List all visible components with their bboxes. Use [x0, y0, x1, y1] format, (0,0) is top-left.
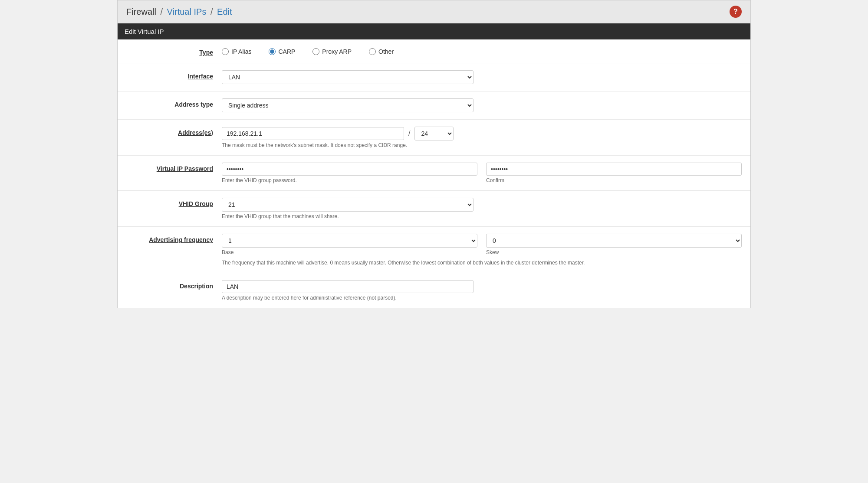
password-confirm-input[interactable] [486, 163, 742, 176]
vip-password-label: Virtual IP Password [126, 163, 222, 172]
type-carp-radio[interactable] [269, 48, 276, 55]
addresses-label: Address(es) [126, 127, 222, 136]
breadcrumb-sep2: / [210, 7, 213, 16]
address-input[interactable] [222, 127, 404, 140]
description-row: Description A description may be entered… [118, 273, 750, 308]
vhid-group-content: 12345 678910 1112131415 1617181920 21222… [222, 198, 742, 219]
section-header: Edit Virtual IP [118, 23, 750, 39]
adv-freq-row: Advertising frequency 1 2345 678910 Base… [118, 227, 750, 273]
password-input[interactable] [222, 163, 477, 176]
interface-content: LAN WAN OPT1 [222, 70, 742, 84]
type-carp-label: CARP [278, 48, 295, 55]
vip-password-content: Enter the VHID group password. Confirm [222, 163, 742, 183]
address-input-row: / 8 16 24 32 [222, 127, 742, 140]
interface-label: Interface [126, 70, 222, 80]
type-other[interactable]: Other [369, 48, 394, 55]
addresses-content: / 8 16 24 32 The mask must be the networ… [222, 127, 742, 148]
address-type-label: Address type [126, 98, 222, 108]
breadcrumb: Firewall / Virtual IPs / Edit [126, 7, 232, 17]
adv-base-label: Base [222, 249, 477, 255]
vhid-group-select[interactable]: 12345 678910 1112131415 1617181920 21222… [222, 198, 473, 212]
type-proxy-arp-radio[interactable] [312, 48, 319, 55]
type-radio-group: IP Alias CARP Proxy ARP Other [222, 46, 742, 55]
description-label: Description [126, 280, 222, 290]
adv-skew-label: Skew [486, 249, 742, 255]
type-ip-alias[interactable]: IP Alias [222, 48, 251, 55]
description-help-text: A description may be entered here for ad… [222, 295, 742, 301]
address-type-content: Single address Network [222, 98, 742, 112]
type-label: Type [126, 46, 222, 56]
type-carp[interactable]: CARP [269, 48, 295, 55]
password-row: Enter the VHID group password. Confirm [222, 163, 742, 183]
type-content: IP Alias CARP Proxy ARP Other [222, 46, 742, 55]
section-title: Edit Virtual IP [125, 28, 164, 35]
breadcrumb-virtual-ips-link[interactable]: Virtual IPs [167, 7, 207, 16]
confirm-col: Confirm [486, 163, 742, 183]
adv-skew-select[interactable]: 0 12345 102050100200 [486, 234, 742, 248]
adv-freq-label: Advertising frequency [126, 234, 222, 243]
cidr-select[interactable]: 8 16 24 32 [414, 127, 454, 140]
form-body: Type IP Alias CARP Proxy ARP [118, 39, 750, 308]
type-ip-alias-label: IP Alias [231, 48, 251, 55]
vhid-group-row: VHID Group 12345 678910 1112131415 16171… [118, 191, 750, 227]
addresses-row: Address(es) / 8 16 24 32 The mask must b… [118, 120, 750, 156]
page-wrapper: Firewall / Virtual IPs / Edit ? Edit Vir… [117, 0, 751, 308]
frequency-row: 1 2345 678910 Base 0 12345 102050100200 … [222, 234, 742, 255]
breadcrumb-edit-link[interactable]: Edit [217, 7, 232, 16]
type-ip-alias-radio[interactable] [222, 48, 229, 55]
adv-base-select[interactable]: 1 2345 678910 [222, 234, 477, 248]
type-other-label: Other [378, 48, 394, 55]
password-help-text: Enter the VHID group password. [222, 177, 477, 183]
interface-row: Interface LAN WAN OPT1 [118, 63, 750, 91]
description-content: A description may be entered here for ad… [222, 280, 742, 301]
breadcrumb-sep1: / [160, 7, 163, 16]
vhid-group-label: VHID Group [126, 198, 222, 207]
slash-separator: / [408, 130, 411, 137]
type-other-radio[interactable] [369, 48, 376, 55]
adv-freq-help-text: The frequency that this machine will adv… [222, 260, 742, 266]
type-row: Type IP Alias CARP Proxy ARP [118, 39, 750, 63]
address-type-select[interactable]: Single address Network [222, 98, 473, 112]
adv-skew-col: 0 12345 102050100200 Skew [486, 234, 742, 255]
help-button[interactable]: ? [730, 6, 742, 18]
adv-freq-content: 1 2345 678910 Base 0 12345 102050100200 … [222, 234, 742, 266]
breadcrumb-part1: Firewall [126, 7, 156, 16]
address-help-text: The mask must be the network's subnet ma… [222, 142, 742, 148]
interface-select[interactable]: LAN WAN OPT1 [222, 70, 473, 84]
confirm-label: Confirm [486, 177, 742, 183]
vhid-help-text: Enter the VHID group that the machines w… [222, 213, 742, 219]
description-input[interactable] [222, 280, 473, 293]
adv-base-col: 1 2345 678910 Base [222, 234, 477, 255]
type-proxy-arp[interactable]: Proxy ARP [312, 48, 352, 55]
type-proxy-arp-label: Proxy ARP [322, 48, 352, 55]
vip-password-row: Virtual IP Password Enter the VHID group… [118, 156, 750, 191]
breadcrumb-bar: Firewall / Virtual IPs / Edit ? [118, 0, 750, 23]
password-col: Enter the VHID group password. [222, 163, 477, 183]
address-type-row: Address type Single address Network [118, 91, 750, 120]
